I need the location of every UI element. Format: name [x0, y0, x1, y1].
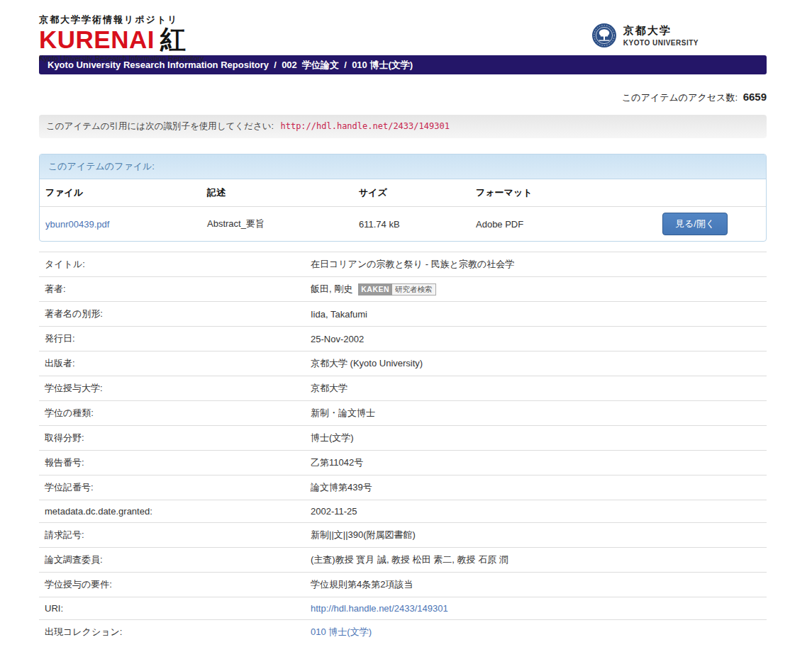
metadata-value: 京都大学 (Kyoto University)	[311, 358, 423, 368]
metadata-value: 2002-11-25	[311, 506, 357, 517]
file-column-header: ファイル	[40, 179, 201, 207]
metadata-value: 京都大学	[311, 383, 347, 393]
file-column-header-action	[657, 179, 766, 207]
metadata-value: 博士(文学)	[311, 432, 354, 443]
metadata-row: 学位記番号:論文博第439号	[39, 476, 767, 500]
metadata-value: (主査)教授 寳月 誠, 教授 松田 素二, 教授 石原 潤	[311, 554, 508, 565]
breadcrumb-separator: /	[269, 60, 282, 70]
metadata-row: 学位の種類:新制・論文博士	[39, 401, 767, 426]
metadata-label: 出版者:	[39, 351, 305, 376]
breadcrumb-separator: /	[339, 60, 352, 70]
access-count-label: このアイテムのアクセス数:	[622, 92, 738, 103]
metadata-value-link[interactable]: http://hdl.handle.net/2433/149301	[311, 603, 448, 614]
site-subtitle: Kyoto University Research Information Re…	[39, 54, 204, 62]
metadata-value: Iida, Takafumi	[311, 309, 367, 320]
metadata-value: 乙第11042号	[311, 457, 363, 468]
file-name-link[interactable]: ybunr00439.pdf	[45, 219, 109, 230]
metadata-row: 出現コレクション:010 博士(文学)	[39, 620, 767, 645]
file-row: ybunr00439.pdfAbstract_要旨611.74 kBAdobe …	[40, 207, 766, 242]
metadata-row: 著者:飯田, 剛史KAKEN研究者検索	[39, 277, 767, 302]
metadata-row: 著者名の別形:Iida, Takafumi	[39, 302, 767, 327]
metadata-value: 在日コリアンの宗教と祭り - 民族と宗教の社会学	[311, 259, 514, 269]
metadata-row: 学位授与大学:京都大学	[39, 376, 767, 401]
metadata-label: 請求記号:	[39, 523, 305, 548]
metadata-row: 学位授与の要件:学位規則第4条第2項該当	[39, 573, 767, 597]
metadata-label: タイトル:	[39, 252, 305, 277]
metadata-row: 出版者:京都大学 (Kyoto University)	[39, 351, 767, 376]
metadata-label: 学位授与大学:	[39, 376, 305, 401]
access-count-value: 6659	[743, 91, 767, 103]
metadata-label: 発行日:	[39, 327, 305, 351]
files-panel: このアイテムのファイル: ファイル記述サイズフォーマット ybunr00439.…	[39, 154, 767, 242]
metadata-row: 報告番号:乙第11042号	[39, 451, 767, 476]
metadata-row: 請求記号:新制||文||390(附属図書館)	[39, 523, 767, 548]
file-column-header: 記述	[201, 179, 353, 207]
breadcrumb-item[interactable]: 002 学位論文	[282, 59, 339, 72]
breadcrumb-item[interactable]: 010 博士(文学)	[352, 59, 413, 72]
metadata-label: metadata.dc.date.granted:	[39, 500, 305, 523]
kaken-badge-label: 研究者検索	[392, 283, 436, 296]
kurenai-logo[interactable]: 京都大学学術情報リポジトリ KURENAI 紅 Kyoto University…	[39, 13, 204, 62]
metadata-row: 発行日:25-Nov-2002	[39, 327, 767, 351]
page-header: 京都大学学術情報リポジトリ KURENAI 紅 Kyoto University…	[39, 0, 767, 55]
metadata-row: metadata.dc.date.granted:2002-11-25	[39, 500, 767, 523]
university-emblem-icon	[591, 23, 617, 48]
file-column-header: フォーマット	[470, 179, 657, 207]
metadata-value: 25-Nov-2002	[311, 334, 364, 344]
kaken-researcher-search-badge[interactable]: KAKEN研究者検索	[358, 283, 435, 296]
files-table: ファイル記述サイズフォーマット ybunr00439.pdfAbstract_要…	[40, 179, 766, 241]
file-size: 611.74 kB	[353, 207, 470, 242]
metadata-label: 著者名の別形:	[39, 302, 305, 327]
citation-bar: このアイテムの引用には次の識別子を使用してください: http://hdl.ha…	[39, 115, 767, 138]
file-column-header: サイズ	[353, 179, 470, 207]
university-name-english: KYOTO UNIVERSITY	[623, 39, 699, 47]
kaken-badge-brand: KAKEN	[358, 283, 392, 296]
metadata-label: 学位の種類:	[39, 401, 305, 426]
file-format: Adobe PDF	[470, 207, 657, 242]
metadata-value-link[interactable]: 010 博士(文学)	[311, 626, 372, 637]
metadata-value: 新制||文||390(附属図書館)	[311, 529, 416, 540]
page: 京都大学学術情報リポジトリ KURENAI 紅 Kyoto University…	[39, 0, 767, 644]
metadata-row: 論文調査委員:(主査)教授 寳月 誠, 教授 松田 素二, 教授 石原 潤	[39, 548, 767, 573]
metadata-label: 学位授与の要件:	[39, 573, 305, 597]
files-panel-title: このアイテムのファイル:	[40, 154, 766, 179]
view-open-button[interactable]: 見る/開く	[662, 213, 728, 235]
metadata-label: 出現コレクション:	[39, 620, 305, 645]
metadata-value: 論文博第439号	[311, 482, 372, 493]
metadata-table: タイトル:在日コリアンの宗教と祭り - 民族と宗教の社会学著者:飯田, 剛史KA…	[39, 252, 767, 644]
citation-label: このアイテムの引用には次の識別子を使用してください:	[46, 121, 274, 131]
metadata-label: 論文調査委員:	[39, 548, 305, 573]
metadata-label: URI:	[39, 597, 305, 620]
handle-identifier-link[interactable]: http://hdl.handle.net/2433/149301	[280, 121, 449, 131]
metadata-label: 学位記番号:	[39, 476, 305, 500]
metadata-row: タイトル:在日コリアンの宗教と祭り - 民族と宗教の社会学	[39, 252, 767, 277]
kurenai-wordmark: KURENAI	[39, 27, 155, 52]
metadata-row: 取得分野:博士(文学)	[39, 426, 767, 451]
file-description: Abstract_要旨	[201, 207, 353, 242]
access-count: このアイテムのアクセス数: 6659	[39, 91, 767, 104]
kyoto-university-logo[interactable]: 京都大学 KYOTO UNIVERSITY	[591, 23, 699, 48]
metadata-label: 取得分野:	[39, 426, 305, 451]
metadata-value: 飯田, 剛史	[311, 283, 352, 294]
metadata-row: URI:http://hdl.handle.net/2433/149301	[39, 597, 767, 620]
metadata-label: 報告番号:	[39, 451, 305, 476]
kurenai-kanji-mark: 紅	[160, 27, 186, 52]
metadata-label: 著者:	[39, 277, 305, 302]
university-name-japanese: 京都大学	[623, 24, 699, 38]
metadata-value: 学位規則第4条第2項該当	[311, 579, 413, 590]
files-header-row: ファイル記述サイズフォーマット	[40, 179, 766, 207]
metadata-value: 新制・論文博士	[311, 407, 375, 418]
